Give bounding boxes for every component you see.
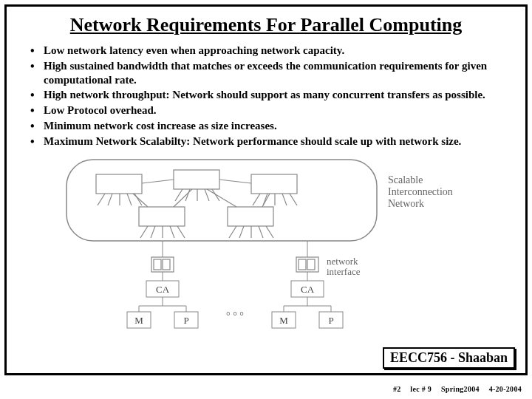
svg-rect-41: [163, 259, 170, 270]
svg-line-20: [290, 194, 297, 205]
svg-rect-2: [174, 170, 219, 189]
footer-lec: lec # 9: [410, 385, 432, 393]
cloud-label-1: Scalable: [388, 174, 423, 185]
footer-term: Spring2004: [441, 385, 480, 393]
svg-rect-1: [96, 174, 142, 194]
footer: #2 lec # 9 Spring2004 4-20-2004: [386, 385, 522, 393]
svg-line-27: [239, 226, 244, 238]
svg-rect-44: [307, 259, 315, 270]
cloud-label-2: Interconnection: [388, 186, 453, 197]
svg-line-34: [174, 189, 192, 207]
svg-line-29: [259, 226, 263, 238]
network-diagram: Scalable Interconnection Network network…: [59, 154, 473, 335]
svg-line-19: [282, 194, 287, 205]
svg-line-26: [229, 226, 236, 238]
svg-line-21: [140, 226, 148, 238]
ca-label: CA: [156, 284, 170, 295]
p-label: P: [328, 315, 333, 326]
footer-date: 4-20-2004: [489, 385, 522, 393]
cloud-label-3: Network: [388, 198, 424, 209]
svg-line-22: [151, 226, 155, 238]
m-label: M: [134, 315, 143, 326]
svg-line-15: [212, 189, 219, 201]
svg-rect-0: [66, 160, 377, 241]
bullet-list: Low network latency even when approachin…: [26, 44, 511, 148]
svg-line-33: [133, 194, 148, 207]
bullet-item: Minimum network cost increase as size in…: [26, 119, 511, 133]
svg-line-35: [207, 189, 236, 207]
course-box: EECC756 - Shaaban: [383, 347, 515, 369]
svg-rect-43: [299, 259, 306, 270]
svg-line-9: [127, 194, 132, 205]
bullet-item: High sustained bandwidth that matches or…: [26, 59, 511, 87]
slide-title: Network Requirements For Parallel Comput…: [21, 14, 511, 36]
p-label: P: [183, 315, 188, 326]
svg-line-6: [98, 194, 105, 205]
svg-line-25: [177, 226, 185, 238]
svg-line-16: [253, 194, 260, 205]
svg-rect-3: [251, 174, 297, 194]
ca-label: CA: [301, 284, 315, 295]
svg-line-31: [142, 180, 174, 183]
m-label: M: [279, 315, 288, 326]
svg-line-36: [262, 194, 270, 207]
footer-slide: #2: [393, 385, 401, 393]
bullet-item: Maximum Network Scalabilty: Network perf…: [26, 134, 511, 149]
ellipsis: ° ° °: [226, 310, 244, 321]
iface-label: network: [327, 256, 358, 267]
iface-label-2: interface: [327, 266, 361, 277]
bullet-item: Low Protocol overhead.: [26, 103, 511, 117]
svg-line-14: [205, 189, 209, 201]
svg-line-32: [219, 180, 251, 183]
svg-line-30: [266, 226, 273, 238]
svg-rect-40: [154, 259, 161, 270]
svg-line-24: [170, 226, 174, 238]
svg-rect-5: [228, 207, 273, 226]
bullet-item: High network throughput: Network should …: [26, 88, 511, 102]
svg-line-7: [108, 194, 112, 205]
bullet-item: Low network latency even when approachin…: [26, 44, 511, 58]
svg-rect-4: [139, 207, 185, 226]
